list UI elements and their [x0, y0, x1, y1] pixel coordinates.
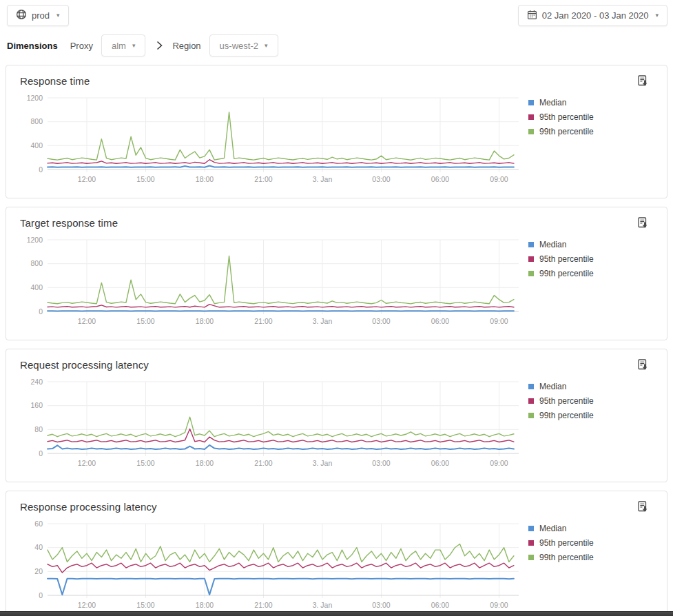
date-range-selector[interactable]: 02 Jan 2020 - 03 Jan 2020	[518, 5, 667, 26]
chart-panel: Request processing latency 12:0015:0018:…	[6, 349, 667, 482]
svg-text:20: 20	[34, 567, 43, 575]
chart-row: 12:0015:0018:0021:003. Jan03:0006:0009:0…	[6, 230, 667, 335]
svg-text:15:00: 15:00	[136, 459, 154, 467]
svg-text:18:00: 18:00	[196, 601, 214, 609]
svg-text:06:00: 06:00	[431, 175, 449, 183]
caret-down-icon	[56, 12, 60, 19]
caret-down-icon	[265, 43, 268, 49]
proxy-label: Proxy	[70, 41, 93, 51]
svg-text:18:00: 18:00	[196, 175, 214, 183]
legend-item[interactable]: 99th percentile	[528, 553, 661, 562]
caret-down-icon	[655, 12, 659, 19]
chart-row: 12:0015:0018:0021:003. Jan03:0006:0009:0…	[6, 372, 667, 477]
legend-label: 99th percentile	[539, 553, 594, 562]
chart-panel: Response processing latency 12:0015:0018…	[6, 491, 667, 616]
chart-panel: Response time 12:0015:0018:0021:003. Jan…	[6, 65, 667, 198]
legend-swatch	[528, 384, 534, 389]
panel-title: Response time	[6, 65, 667, 88]
region-label: Region	[172, 41, 200, 51]
svg-text:800: 800	[30, 259, 43, 267]
legend-swatch	[528, 398, 534, 404]
panel-title: Request processing latency	[6, 349, 667, 372]
region-dropdown[interactable]: us-west-2	[209, 34, 278, 57]
horizontal-scrollbar[interactable]	[0, 611, 673, 616]
legend-item[interactable]: 95th percentile	[528, 254, 661, 264]
legend-item[interactable]: Median	[528, 382, 661, 391]
chart-panel: Target response time 12:0015:0018:0021:0…	[6, 207, 667, 340]
legend-label: Median	[539, 98, 566, 107]
chart-row: 12:0015:0018:0021:003. Jan03:0006:0009:0…	[6, 514, 667, 616]
download-report-icon[interactable]	[636, 500, 649, 513]
legend-item[interactable]: 95th percentile	[528, 112, 661, 122]
svg-text:3. Jan: 3. Jan	[313, 317, 333, 325]
legend-item[interactable]: Median	[528, 98, 661, 107]
svg-text:09:00: 09:00	[490, 601, 508, 609]
legend-label: 99th percentile	[539, 127, 594, 136]
legend-item[interactable]: 99th percentile	[528, 411, 661, 420]
svg-text:09:00: 09:00	[490, 317, 508, 325]
legend-label: 95th percentile	[539, 538, 594, 548]
globe-icon	[16, 9, 27, 22]
svg-text:03:00: 03:00	[372, 601, 390, 609]
svg-text:15:00: 15:00	[136, 175, 154, 183]
chart-row: 12:0015:0018:0021:003. Jan03:0006:0009:0…	[6, 88, 667, 193]
svg-text:06:00: 06:00	[431, 317, 449, 325]
svg-text:21:00: 21:00	[254, 317, 272, 325]
legend-swatch	[528, 242, 534, 247]
chevron-right-icon	[156, 41, 163, 50]
legend-label: 95th percentile	[539, 112, 594, 122]
svg-text:0: 0	[39, 591, 43, 599]
svg-text:3. Jan: 3. Jan	[313, 175, 333, 183]
legend-item[interactable]: Median	[528, 524, 661, 533]
legend-item[interactable]: 95th percentile	[528, 538, 661, 548]
svg-text:800: 800	[30, 117, 43, 125]
legend-item[interactable]: Median	[528, 240, 661, 249]
line-chart: 12:0015:0018:0021:003. Jan03:0006:0009:0…	[12, 232, 523, 335]
download-report-icon[interactable]	[636, 216, 649, 229]
svg-text:03:00: 03:00	[372, 175, 390, 183]
legend-item[interactable]: 99th percentile	[528, 127, 661, 136]
date-range-label: 02 Jan 2020 - 03 Jan 2020	[542, 10, 649, 21]
svg-text:0: 0	[39, 307, 43, 316]
legend: Median95th percentile99th percentile	[523, 232, 661, 283]
svg-text:240: 240	[30, 378, 43, 386]
legend-label: Median	[539, 240, 566, 249]
legend-swatch	[528, 413, 534, 418]
legend-label: Median	[539, 382, 566, 391]
svg-text:80: 80	[34, 425, 43, 433]
legend: Median95th percentile99th percentile	[523, 515, 661, 567]
svg-text:18:00: 18:00	[196, 459, 214, 467]
svg-text:60: 60	[34, 520, 43, 528]
panel-title: Response processing latency	[6, 491, 667, 514]
legend-swatch	[528, 526, 534, 531]
svg-text:21:00: 21:00	[254, 459, 272, 467]
svg-text:12:00: 12:00	[78, 601, 96, 609]
legend-item[interactable]: 95th percentile	[528, 396, 661, 406]
legend: Median95th percentile99th percentile	[523, 90, 661, 141]
line-chart: 12:0015:0018:0021:003. Jan03:0006:0009:0…	[12, 373, 523, 477]
svg-text:3. Jan: 3. Jan	[313, 459, 333, 467]
legend-swatch	[528, 540, 534, 546]
download-report-icon[interactable]	[636, 358, 649, 371]
legend-swatch	[528, 100, 534, 105]
svg-text:160: 160	[30, 401, 43, 409]
legend-label: 99th percentile	[539, 411, 594, 420]
svg-text:18:00: 18:00	[196, 317, 214, 325]
dimensions-title: Dimensions	[7, 41, 58, 51]
legend-label: 95th percentile	[539, 254, 594, 264]
legend: Median95th percentile99th percentile	[523, 373, 661, 425]
legend-swatch	[528, 555, 534, 560]
legend-label: Median	[539, 524, 566, 533]
svg-text:12:00: 12:00	[78, 317, 96, 325]
line-chart: 12:0015:0018:0021:003. Jan03:0006:0009:0…	[12, 90, 523, 193]
download-report-icon[interactable]	[636, 74, 649, 88]
svg-text:06:00: 06:00	[431, 601, 449, 609]
svg-text:21:00: 21:00	[254, 175, 272, 183]
proxy-dropdown[interactable]: alm	[101, 34, 145, 57]
environment-label: prod	[32, 10, 50, 21]
panels-container: Response time 12:0015:0018:0021:003. Jan…	[0, 65, 673, 616]
svg-text:1200: 1200	[27, 236, 43, 244]
legend-item[interactable]: 99th percentile	[528, 269, 661, 278]
svg-text:15:00: 15:00	[136, 601, 154, 609]
environment-selector[interactable]: prod	[7, 5, 69, 26]
